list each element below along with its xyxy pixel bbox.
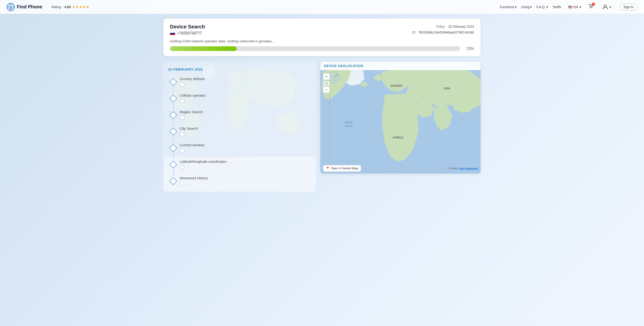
timeline-diamond-4 (169, 128, 177, 136)
timeline-spinner-4 (180, 132, 184, 137)
timeline-diamond-7 (169, 177, 177, 185)
timeline-spinner-2 (180, 99, 184, 103)
header: Find Phone Rating - 4.89 ★★★★★ Functions… (0, 0, 644, 14)
timeline-spinner-6 (180, 165, 184, 169)
left-panel: 22 FEBRUARY 2023 Country defined (164, 62, 316, 192)
progress-label: 23% (464, 47, 474, 51)
timeline-item: Cellular operator (170, 93, 311, 110)
panel-date: 22 FEBRUARY 2023 (168, 67, 311, 71)
timeline-diamond-6 (169, 161, 177, 168)
flag-ru-icon (170, 32, 175, 35)
open-yandex-button[interactable]: 📍 Open in Yandex.Maps (323, 165, 361, 172)
rating-area: Rating - 4.89 ★★★★★ (52, 5, 90, 9)
timeline-diamond-3 (169, 111, 177, 119)
rating-value: 4.89 (64, 5, 71, 9)
svg-point-9 (592, 7, 592, 8)
timeline-label-6: Latitude/longitude coordinates (180, 160, 226, 163)
timeline-label-3: Region Search (180, 110, 203, 114)
stars: ★★★★★ (72, 5, 90, 9)
svg-text:Ocean: Ocean (345, 124, 352, 127)
svg-point-10 (604, 5, 606, 7)
cart-badge: 0 (592, 2, 595, 6)
grid-button[interactable] (323, 81, 330, 86)
logo-icon (6, 3, 15, 11)
progress-track (170, 46, 460, 51)
nav-using[interactable]: Using ▾ (521, 5, 532, 9)
right-panel: DEVICE GEOLOCATION (320, 62, 480, 173)
bottom-section: 22 FEBRUARY 2023 Country defined (164, 62, 480, 192)
timeline-label-1: Country defined (180, 77, 204, 81)
map-svg[interactable]: Atlantic Ocean EUROPE ASIA AFRICA (320, 70, 480, 173)
cart-button[interactable]: 0 (588, 3, 594, 10)
timeline-item: Region Search (170, 110, 311, 127)
card-header: Device Search +79256756777 Today: 22 Feb… (170, 24, 474, 35)
progress-row: 23% (170, 46, 474, 51)
logo-text: Find Phone (17, 4, 42, 9)
timeline-label-7: Movement History (180, 176, 208, 180)
account-icon (602, 4, 608, 10)
timeline-spinner-3 (180, 115, 184, 120)
timeline-diamond-5 (169, 144, 177, 152)
nav: Functions ▾ Using ▾ F.A.Q. ▾ Tariffs 🇺🇸 … (500, 3, 638, 10)
zoom-out-button[interactable]: − (323, 86, 330, 93)
svg-point-8 (590, 7, 590, 8)
timeline-diamond-2 (169, 95, 177, 102)
timeline-item: Latitude/longitude coordinates (170, 160, 311, 176)
status-text: Getting GSM network operator data. Getti… (170, 39, 474, 43)
timeline-diamond-1 (169, 78, 177, 86)
map-footer: 📍 Open in Yandex.Maps © Yandex User Agre… (320, 163, 480, 173)
flag-us-icon: 🇺🇸 (568, 5, 572, 9)
zoom-in-button[interactable]: + (323, 73, 330, 80)
user-agreement-link[interactable]: User Agreement (459, 167, 478, 170)
nav-faq[interactable]: F.A.Q. ▾ (536, 5, 548, 9)
phone-number: +79256756777 (177, 31, 202, 35)
timeline-item: City Search (170, 127, 311, 143)
account-menu[interactable]: ▾ (602, 4, 611, 10)
map-copyright: © Yandex User Agreement (448, 167, 478, 170)
rating-label: Rating - (52, 5, 63, 9)
svg-text:AFRICA: AFRICA (392, 136, 403, 139)
timeline-spinner-5 (180, 148, 184, 153)
card-title: Device Search (170, 24, 205, 30)
timeline-label-4: City Search (180, 127, 198, 130)
phone-row: +79256756777 (170, 31, 205, 35)
account-dropdown-icon: ▾ (610, 5, 611, 9)
card-meta: Today: 22 February 2023 ID: f9320dbb119e… (412, 24, 474, 35)
device-search-card: Device Search +79256756777 Today: 22 Feb… (164, 19, 480, 56)
progress-fill (170, 46, 237, 51)
svg-text:Atlantic: Atlantic (344, 121, 353, 124)
svg-point-7 (10, 6, 11, 7)
timeline-label-2: Cellular operator (180, 93, 206, 97)
timeline-spinner-7 (180, 181, 184, 186)
today-value: 22 February 2023 (448, 25, 474, 28)
timeline-label-5: Current location (180, 143, 204, 147)
language-selector[interactable]: 🇺🇸 EN ▾ (568, 5, 581, 9)
timeline: Country defined Cellular operator (168, 77, 311, 186)
map-title: DEVICE GEOLOCATION (320, 62, 480, 70)
svg-text:ASIA: ASIA (444, 87, 450, 90)
id-label: ID: (412, 30, 416, 34)
timeline-spinner-1 (180, 82, 184, 87)
nav-functions[interactable]: Functions ▾ (500, 5, 516, 9)
today-label: Today: (436, 25, 446, 28)
timeline-item: Country defined (170, 77, 311, 93)
logo[interactable]: Find Phone (6, 3, 42, 11)
sign-in-button[interactable]: Sign in (620, 3, 638, 10)
main-content: Device Search +79256756777 Today: 22 Feb… (156, 14, 488, 196)
yandex-pin-icon: 📍 (326, 166, 330, 170)
id-value: f9320dbb119ef19946aa027687c6cf48 (419, 30, 474, 34)
nav-tariffs[interactable]: Tariffs (552, 5, 561, 9)
card-left: Device Search +79256756777 (170, 24, 205, 35)
map-controls: + − (323, 73, 330, 93)
timeline-item: Current location (170, 143, 311, 160)
timeline-item: Movement History (170, 176, 311, 186)
svg-text:EUROPE: EUROPE (390, 85, 402, 88)
